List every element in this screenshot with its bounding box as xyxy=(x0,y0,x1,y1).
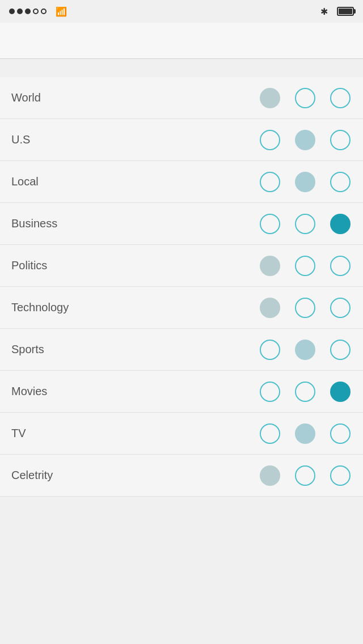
status-right: ✱ xyxy=(320,6,354,17)
radio-indicator-2 xyxy=(295,382,315,402)
radio-indicator-3 xyxy=(330,172,351,192)
radio-indicator-3 xyxy=(330,256,351,276)
radio-indicator-3 xyxy=(330,423,351,444)
radio-btn-2[interactable] xyxy=(294,338,316,361)
radio-indicator-2 xyxy=(295,172,315,192)
status-bar: 📶 ✱ xyxy=(0,0,363,23)
section-name: Sports xyxy=(11,343,259,356)
radio-btn-2[interactable] xyxy=(294,422,316,445)
radio-indicator-1 xyxy=(260,465,280,486)
radio-indicator-1 xyxy=(260,130,280,150)
radio-btn-1[interactable] xyxy=(259,422,281,445)
radio-btn-2[interactable] xyxy=(294,213,316,235)
radio-btn-3[interactable] xyxy=(329,171,352,193)
radio-btn-1[interactable] xyxy=(259,464,281,487)
section-name: World xyxy=(11,91,259,104)
radio-btn-1[interactable] xyxy=(259,338,281,361)
radio-btn-3[interactable] xyxy=(329,213,352,235)
radio-btn-1[interactable] xyxy=(259,129,281,151)
radio-btn-3[interactable] xyxy=(329,87,352,109)
radio-group xyxy=(259,296,352,319)
radio-btn-2[interactable] xyxy=(294,171,316,193)
subtitle-section xyxy=(0,59,363,77)
section-row: U.S xyxy=(0,119,363,161)
signal-dot-2 xyxy=(17,9,23,14)
radio-btn-1[interactable] xyxy=(259,255,281,277)
radio-indicator-1 xyxy=(260,88,280,108)
radio-group xyxy=(259,338,352,361)
radio-btn-2[interactable] xyxy=(294,380,316,403)
section-name: Movies xyxy=(11,385,259,398)
radio-group xyxy=(259,464,352,487)
radio-btn-3[interactable] xyxy=(329,129,352,151)
radio-btn-2[interactable] xyxy=(294,464,316,487)
radio-indicator-1 xyxy=(260,256,280,276)
radio-btn-3[interactable] xyxy=(329,464,352,487)
radio-indicator-1 xyxy=(260,298,280,318)
radio-btn-1[interactable] xyxy=(259,87,281,109)
section-row: Sports xyxy=(0,329,363,371)
radio-btn-2[interactable] xyxy=(294,87,316,109)
section-row: Politics xyxy=(0,245,363,287)
radio-indicator-1 xyxy=(260,172,280,192)
battery-icon xyxy=(337,7,354,16)
section-name: Politics xyxy=(11,259,259,272)
section-name: U.S xyxy=(11,133,259,146)
radio-indicator-1 xyxy=(260,214,280,234)
radio-indicator-2 xyxy=(295,214,315,234)
radio-indicator-2 xyxy=(295,88,315,108)
radio-indicator-2 xyxy=(295,465,315,486)
signal-dot-4 xyxy=(33,9,39,14)
status-left: 📶 xyxy=(9,6,67,17)
radio-btn-3[interactable] xyxy=(329,380,352,403)
radio-group xyxy=(259,422,352,445)
radio-btn-3[interactable] xyxy=(329,338,352,361)
section-row: Local xyxy=(0,161,363,203)
radio-indicator-3 xyxy=(330,298,351,318)
section-list: WorldU.SLocalBusinessPoliticsTechnologyS… xyxy=(0,77,363,497)
radio-group xyxy=(259,171,352,193)
signal-dot-1 xyxy=(9,9,15,14)
radio-btn-2[interactable] xyxy=(294,296,316,319)
radio-indicator-3 xyxy=(330,465,351,486)
bluetooth-icon: ✱ xyxy=(320,6,328,17)
radio-indicator-1 xyxy=(260,382,280,402)
radio-btn-2[interactable] xyxy=(294,255,316,277)
radio-indicator-2 xyxy=(295,423,315,444)
radio-btn-1[interactable] xyxy=(259,296,281,319)
radio-indicator-3 xyxy=(330,214,351,234)
radio-btn-1[interactable] xyxy=(259,380,281,403)
radio-indicator-2 xyxy=(295,256,315,276)
radio-btn-3[interactable] xyxy=(329,255,352,277)
signal-dots xyxy=(9,9,47,14)
radio-btn-1[interactable] xyxy=(259,171,281,193)
radio-indicator-1 xyxy=(260,340,280,360)
radio-indicator-2 xyxy=(295,340,315,360)
section-row: TV xyxy=(0,413,363,455)
radio-indicator-3 xyxy=(330,88,351,108)
radio-group xyxy=(259,129,352,151)
section-row: Movies xyxy=(0,371,363,413)
signal-dot-3 xyxy=(25,9,31,14)
radio-group xyxy=(259,255,352,277)
section-row: Celetrity xyxy=(0,455,363,497)
wifi-icon: 📶 xyxy=(56,6,67,17)
radio-indicator-3 xyxy=(330,340,351,360)
radio-btn-1[interactable] xyxy=(259,213,281,235)
radio-btn-3[interactable] xyxy=(329,296,352,319)
radio-btn-3[interactable] xyxy=(329,422,352,445)
radio-group xyxy=(259,213,352,235)
radio-indicator-2 xyxy=(295,130,315,150)
section-name: Celetrity xyxy=(11,469,259,482)
radio-group xyxy=(259,87,352,109)
radio-indicator-3 xyxy=(330,130,351,150)
section-row: Technology xyxy=(0,287,363,329)
section-name: Local xyxy=(11,175,259,188)
nav-bar xyxy=(0,23,363,59)
radio-btn-2[interactable] xyxy=(294,129,316,151)
section-name: Technology xyxy=(11,301,259,314)
battery-fill xyxy=(339,9,352,14)
radio-indicator-3 xyxy=(330,382,351,402)
section-row: World xyxy=(0,77,363,119)
section-row: Business xyxy=(0,203,363,245)
